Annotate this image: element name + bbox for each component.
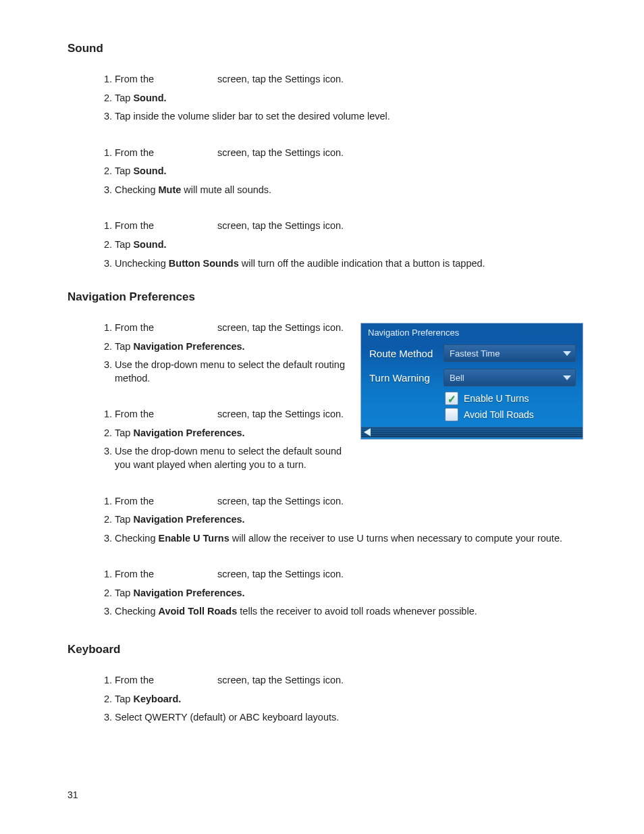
step-block: From the screen, tap the Settings icon.T… (68, 144, 583, 200)
step-item: Tap Navigation Preferences. (115, 584, 583, 603)
step-text: screen, tap the Settings icon. (215, 496, 344, 506)
step-item: Use the drop-down menu to select the def… (115, 442, 583, 474)
nav-preferences-figure: Navigation PreferencesRoute MethodFastes… (360, 323, 583, 440)
step-item: Checking Enable U Turns will allow the r… (115, 529, 583, 548)
bold-text: Sound. (133, 165, 166, 176)
page: SoundFrom the screen, tap the Settings i… (0, 0, 644, 834)
step-text: From the (115, 220, 157, 231)
step-text: Unchecking (115, 258, 169, 269)
section-heading: Keyboard (68, 643, 583, 656)
panel-dropdown-value: Fastest Time (450, 348, 500, 359)
step-text: screen, tap the Settings icon. (215, 220, 344, 231)
bold-text: Navigation Preferences. (133, 588, 244, 598)
step-text: Tap (115, 588, 133, 598)
step-item: Tap Keyboard. (115, 690, 583, 709)
chevron-down-icon (563, 351, 571, 356)
bold-text: Mute (158, 184, 181, 195)
step-text: Tap (115, 239, 133, 250)
bold-text: Navigation Preferences. (133, 514, 244, 525)
step-text: Tap inside the volume slider bar to set … (115, 111, 390, 122)
step-block: From the screen, tap the Settings icon.T… (68, 70, 583, 126)
checkbox[interactable] (445, 408, 458, 421)
page-number: 31 (68, 789, 78, 800)
step-item: From the screen, tap the Settings icon. (115, 565, 583, 584)
step-text: screen, tap the Settings icon. (215, 147, 344, 158)
step-text: screen, tap the Settings icon. (215, 569, 344, 579)
step-list: From the screen, tap the Settings icon.T… (68, 217, 583, 273)
panel-checkbox-row: Avoid Toll Roads (361, 407, 583, 423)
step-item: Select QWERTY (default) or ABC keyboard … (115, 708, 583, 727)
step-text: From the (115, 675, 157, 685)
section-heading: Sound (68, 42, 583, 55)
step-list: From the screen, tap the Settings icon.T… (68, 565, 583, 621)
step-text: Select QWERTY (default) or ABC keyboard … (115, 712, 339, 723)
chevron-down-icon (563, 375, 571, 380)
step-text: will turn off the audible indication tha… (239, 258, 485, 269)
bold-text: Navigation Preferences. (133, 341, 244, 352)
back-icon[interactable] (364, 428, 371, 436)
step-list: From the screen, tap the Settings icon.T… (68, 144, 583, 200)
step-item: From the screen, tap the Settings icon. (115, 70, 583, 89)
step-item: Tap Sound. (115, 236, 583, 255)
step-item: Tap Navigation Preferences. (115, 511, 583, 529)
step-text: Checking (115, 184, 158, 195)
bold-text: Keyboard. (133, 694, 181, 704)
step-item: Tap inside the volume slider bar to set … (115, 107, 583, 126)
nav-preferences-panel: Navigation PreferencesRoute MethodFastes… (360, 323, 583, 440)
step-block: From the screen, tap the Settings icon.T… (68, 671, 583, 727)
step-text: screen, tap the Settings icon. (215, 74, 344, 84)
step-text: From the (115, 322, 157, 333)
bold-text: Enable U Turns (158, 533, 229, 544)
step-text: will allow the receiver to use U turns w… (230, 533, 562, 544)
checkbox-label: Enable U Turns (464, 393, 529, 404)
panel-footer (361, 427, 583, 438)
step-text: From the (115, 569, 157, 579)
step-item: Checking Avoid Toll Roads tells the rece… (115, 602, 583, 621)
bold-text: Navigation Preferences. (133, 427, 244, 438)
step-text: Checking (115, 533, 158, 544)
step-block: From the screen, tap the Settings icon.T… (68, 492, 583, 548)
step-text: From the (115, 74, 157, 84)
panel-row-label: Turn Warning (369, 372, 437, 384)
step-block: From the screen, tap the Settings icon.T… (68, 217, 583, 273)
step-text: screen, tap the Settings icon. (215, 675, 344, 685)
bold-text: Sound. (133, 93, 166, 103)
section-heading: Navigation Preferences (68, 290, 583, 304)
step-text: Tap (115, 165, 133, 176)
step-text: From the (115, 147, 157, 158)
step-text: Tap (115, 341, 133, 352)
step-text: screen, tap the Settings icon. (215, 322, 344, 333)
bold-text: Avoid Toll Roads (158, 606, 237, 617)
panel-title: Navigation Preferences (361, 323, 583, 342)
panel-dropdown-value: Bell (450, 373, 464, 383)
panel-dropdown[interactable]: Fastest Time (444, 344, 576, 362)
step-block: From the screen, tap the Settings icon.T… (68, 565, 583, 621)
step-text: Tap (115, 427, 133, 438)
panel-dropdown[interactable]: Bell (444, 369, 576, 386)
bold-text: Button Sounds (169, 258, 239, 269)
step-item: Tap Sound. (115, 162, 583, 181)
panel-row: Route MethodFastest Time (361, 342, 583, 366)
checkbox[interactable] (445, 392, 458, 405)
step-list: From the screen, tap the Settings icon.T… (68, 671, 583, 727)
step-text: Tap (115, 514, 133, 525)
step-text: Use the drop-down menu to select the def… (115, 359, 345, 384)
step-text: will mute all sounds. (181, 184, 271, 195)
step-text: Tap (115, 694, 133, 704)
bold-text: Sound. (133, 239, 166, 250)
step-text: Tap (115, 93, 133, 103)
step-item: Unchecking Button Sounds will turn off t… (115, 255, 583, 273)
panel-checkbox-row: Enable U Turns (361, 390, 583, 407)
step-item: From the screen, tap the Settings icon. (115, 217, 583, 236)
panel-row: Turn WarningBell (361, 366, 583, 390)
step-item: From the screen, tap the Settings icon. (115, 671, 583, 690)
step-text: tells the receiver to avoid toll roads w… (237, 606, 477, 617)
step-item: From the screen, tap the Settings icon. (115, 492, 583, 511)
step-text: From the (115, 496, 157, 506)
step-text: Use the drop-down menu to select the def… (115, 446, 342, 470)
step-item: Tap Sound. (115, 89, 583, 108)
checkbox-label: Avoid Toll Roads (464, 409, 534, 420)
step-text: Checking (115, 606, 158, 617)
step-text: From the (115, 409, 157, 419)
step-item: From the screen, tap the Settings icon. (115, 144, 583, 163)
